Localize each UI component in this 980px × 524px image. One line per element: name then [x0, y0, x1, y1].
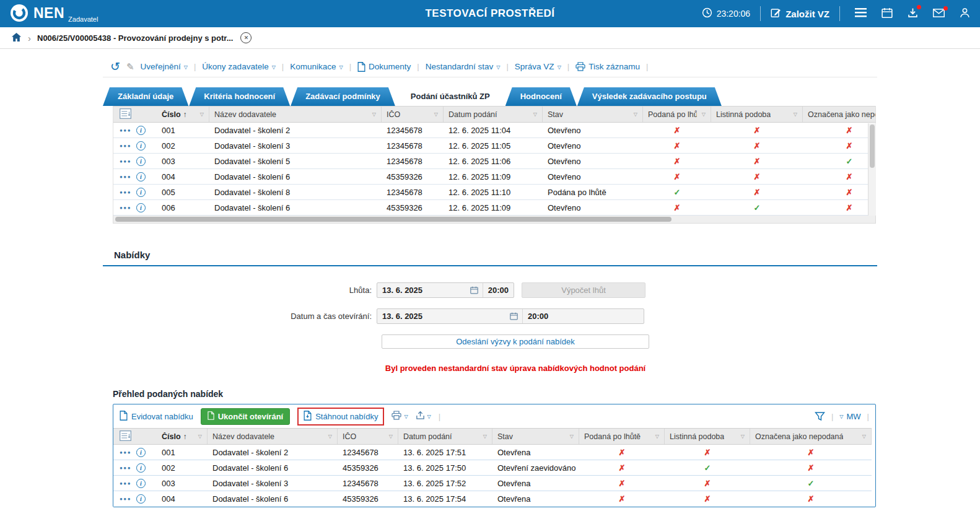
table-row[interactable]: ●●●i002Dodavatel - školení 31234567812. …: [113, 138, 876, 154]
row-menu-icon[interactable]: ●●●: [120, 465, 131, 471]
column-filter-icon[interactable]: ▽: [387, 434, 393, 439]
deadline-field[interactable]: 13. 6. 2025 20:00: [377, 282, 514, 298]
column-filter-icon[interactable]: ▽: [531, 111, 537, 117]
row-info-icon[interactable]: i: [136, 126, 146, 135]
calendar-icon[interactable]: [466, 283, 483, 297]
table-row[interactable]: ●●●i001Dodavatel - školení 21234567812. …: [113, 123, 876, 138]
vertical-scrollbar[interactable]: [868, 123, 876, 216]
opening-date-value[interactable]: 13. 6. 2025: [377, 309, 505, 323]
column-header-name[interactable]: Název dodavatele▽: [208, 429, 338, 444]
close-tab-icon[interactable]: ✕: [240, 32, 252, 43]
column-header-status[interactable]: Stav▽: [543, 107, 643, 122]
row-menu-icon[interactable]: ●●●: [120, 205, 131, 211]
column-header-paper[interactable]: Listinná podoba▽: [711, 107, 803, 122]
row-menu-icon[interactable]: ●●●: [120, 159, 131, 164]
tab-zadavaci-podminky[interactable]: Zadávací podmínky: [291, 87, 395, 106]
table-row[interactable]: ●●●i006Dodavatel - školení 64535932612. …: [113, 200, 876, 216]
column-filter-icon[interactable]: ▽: [196, 434, 202, 439]
column-header-late[interactable]: Podaná po lhůtě▽: [643, 107, 711, 122]
menu-sprava-vz[interactable]: Správa VZ▽: [515, 62, 561, 71]
column-filter-icon[interactable]: ▽: [567, 434, 574, 439]
row-info-icon[interactable]: i: [136, 157, 146, 166]
export-button[interactable]: ▽: [416, 411, 431, 422]
send-invitation-button[interactable]: Odeslání výzvy k podání nabídek: [382, 334, 649, 349]
menu-nestandardni-stav[interactable]: Nestandardní stav▽: [426, 62, 501, 71]
column-header-date[interactable]: Datum podání▽: [444, 107, 543, 122]
mw-menu-button[interactable]: ▽ MW: [839, 412, 860, 421]
column-header-status[interactable]: Stav▽: [492, 429, 579, 444]
row-menu-icon[interactable]: ●●●: [120, 174, 131, 180]
column-filter-icon[interactable]: ▽: [738, 434, 745, 439]
column-header-ico[interactable]: IČO▽: [382, 107, 444, 122]
column-filter-icon[interactable]: ▽: [432, 111, 438, 117]
column-header-paper[interactable]: Listinná podoba▽: [665, 429, 750, 444]
column-header-notsub[interactable]: Označena jako nepodaná▽: [750, 429, 872, 444]
row-info-icon[interactable]: i: [136, 172, 146, 181]
column-header-name[interactable]: Název dodavatele▽: [209, 107, 382, 122]
table-row[interactable]: ●●●i005Dodavatel - školení 81234567812. …: [113, 185, 876, 200]
column-chooser-button[interactable]: [113, 107, 157, 122]
table-row[interactable]: ●●●i003Dodavatel - školení 51234567812. …: [113, 154, 876, 169]
column-filter-icon[interactable]: ▽: [326, 434, 332, 439]
breadcrumb-item[interactable]: N006/25/V00005438 - Provozování prodejny…: [37, 33, 233, 43]
menu-ukony-zadavatele[interactable]: Úkony zadavatele▽: [202, 62, 275, 71]
finish-opening-button[interactable]: Ukončit otevírání: [201, 408, 290, 425]
horizontal-scrollbar[interactable]: [113, 216, 876, 224]
column-filter-icon[interactable]: ▽: [860, 434, 866, 439]
column-header-num[interactable]: Číslo↑▽: [157, 429, 208, 444]
menu-dokumenty[interactable]: Dokumenty: [357, 62, 411, 72]
table-row[interactable]: ●●●i004Dodavatel - školení 64535932612. …: [113, 169, 876, 185]
column-filter-icon[interactable]: ▽: [791, 111, 797, 117]
download-offers-button[interactable]: Stáhnout nabídky: [304, 411, 378, 422]
home-icon[interactable]: [11, 32, 22, 44]
tab-kriteria-hodnoceni[interactable]: Kritéria hodnocení: [189, 87, 290, 106]
menu-tisk-zaznamu[interactable]: Tisk záznamu: [575, 62, 640, 71]
scrollbar-thumb[interactable]: [115, 217, 672, 222]
column-header-date[interactable]: Datum podání▽: [398, 429, 492, 444]
opening-field[interactable]: 13. 6. 2025 20:00: [377, 308, 644, 324]
row-menu-icon[interactable]: ●●●: [120, 496, 131, 502]
column-header-num[interactable]: Číslo↑▽: [157, 107, 209, 122]
row-info-icon[interactable]: i: [136, 188, 146, 197]
column-filter-icon[interactable]: ▽: [653, 434, 659, 439]
deadline-time-value[interactable]: 20:00: [483, 286, 514, 295]
row-info-icon[interactable]: i: [136, 203, 146, 212]
row-info-icon[interactable]: i: [136, 494, 146, 504]
downloads-button[interactable]: [908, 7, 918, 20]
row-menu-icon[interactable]: ●●●: [120, 190, 131, 195]
history-icon[interactable]: ↺: [110, 59, 120, 74]
table-row[interactable]: ●●●i002Dodavatel - školení 64535932613. …: [113, 460, 872, 476]
menu-komunikace[interactable]: Komunikace▽: [290, 62, 343, 71]
tab-zakladni-udaje[interactable]: Základní údaje: [103, 87, 188, 106]
column-header-notsub[interactable]: Označena jako nepodaná▽: [803, 107, 876, 122]
column-filter-icon[interactable]: ▽: [370, 111, 376, 117]
tab-hodnoceni[interactable]: Hodnocení: [505, 87, 577, 106]
row-menu-icon[interactable]: ●●●: [120, 481, 131, 486]
row-menu-icon[interactable]: ●●●: [120, 450, 131, 455]
opening-time-value[interactable]: 20:00: [523, 312, 553, 321]
filter-icon[interactable]: [815, 412, 825, 421]
deadline-date-value[interactable]: 13. 6. 2025: [377, 283, 466, 297]
row-info-icon[interactable]: i: [136, 448, 146, 457]
row-menu-icon[interactable]: ●●●: [120, 128, 131, 133]
record-offer-button[interactable]: Evidovat nabídku: [120, 411, 193, 422]
nen-logo[interactable]: NEN Zadavatel: [10, 4, 98, 24]
column-header-late[interactable]: Podaná po lhůtě▽: [579, 429, 665, 444]
menu-uverejneni[interactable]: Uveřejnění▽: [141, 62, 188, 71]
row-info-icon[interactable]: i: [136, 463, 146, 473]
row-menu-icon[interactable]: ●●●: [120, 143, 131, 149]
compute-deadlines-button[interactable]: Výpočet lhůt: [522, 282, 645, 298]
row-info-icon[interactable]: i: [136, 479, 146, 488]
messages-button[interactable]: [933, 9, 945, 19]
table-row[interactable]: ●●●i003Dodavatel - školení 31234567813. …: [113, 476, 872, 491]
column-filter-icon[interactable]: ▽: [198, 111, 204, 117]
column-filter-icon[interactable]: ▽: [699, 111, 706, 117]
menu-button[interactable]: [855, 8, 867, 19]
table-row[interactable]: ●●●i004Dodavatel - školení 64535932613. …: [113, 491, 872, 507]
row-info-icon[interactable]: i: [136, 141, 146, 151]
tab-podani-ucastniku-zp[interactable]: Podání účastníků ZP: [396, 87, 505, 106]
create-vz-button[interactable]: Založit VZ: [771, 7, 829, 20]
column-chooser-button[interactable]: [113, 429, 157, 444]
table-row[interactable]: ●●●i001Dodavatel - školení 21234567813. …: [113, 445, 872, 460]
scrollbar-thumb[interactable]: [870, 124, 875, 168]
